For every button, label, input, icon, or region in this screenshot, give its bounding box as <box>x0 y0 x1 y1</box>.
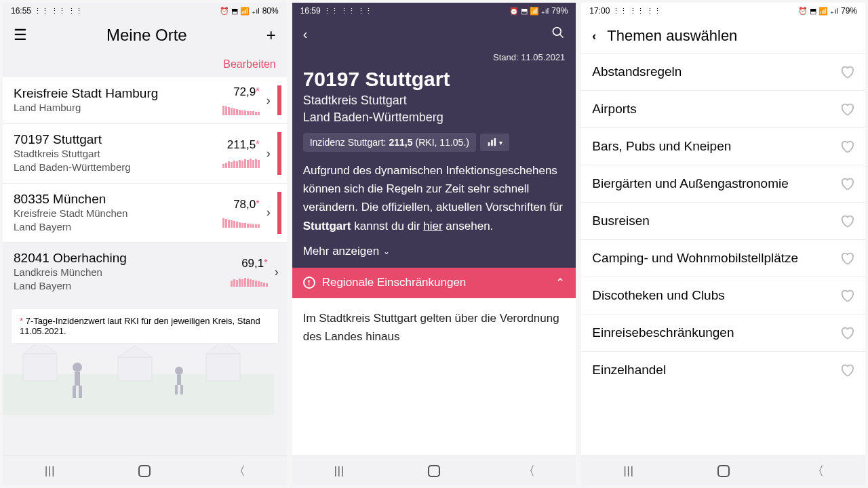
incidence-value: 72,9 <box>233 85 256 98</box>
place-state: Land Baden-Württemberg <box>292 109 576 133</box>
asterisk-icon: * <box>256 85 259 96</box>
status-bar: 16:55 ⋮⋮ ⋮⋮ ⋮⋮ ⏰ ⬒ 📶 ₊ıl 80% <box>3 3 287 19</box>
footnote-text: 7-Tage-Inzidenzwert laut RKI für den jew… <box>20 316 260 336</box>
svg-line-16 <box>560 35 564 38</box>
page-title: Meine Orte <box>27 26 267 45</box>
nav-back-button[interactable]: 〈 <box>810 464 825 479</box>
topic-item[interactable]: Einreisebeschränkungen <box>581 314 865 352</box>
info-paragraph: Aufgrund des dynamischen Infektionsgesch… <box>292 161 576 245</box>
status-battery: 79% <box>551 6 568 16</box>
svg-point-15 <box>553 28 561 36</box>
nav-home-button[interactable] <box>427 464 441 479</box>
status-system-icons: ⏰ ⬒ 📶 ₊ıl <box>509 7 549 16</box>
svg-marker-4 <box>118 346 152 357</box>
android-navbar: ||| 〈 <box>292 455 576 485</box>
edit-button[interactable]: Bearbeiten <box>3 49 287 77</box>
heart-icon[interactable] <box>840 139 854 154</box>
nav-recent-button[interactable]: ||| <box>332 464 347 479</box>
place-district: Stadtkreis Stuttgart <box>292 92 576 109</box>
status-app-icons: ⋮⋮ ⋮⋮ ⋮⋮ <box>34 7 83 16</box>
svg-rect-10 <box>79 386 82 398</box>
topic-label: Airports <box>592 102 636 117</box>
section-label: Regionale Einschränkungen <box>322 276 467 289</box>
alert-accent <box>277 85 281 115</box>
nav-recent-button[interactable]: ||| <box>43 464 58 479</box>
chevron-right-icon: › <box>264 94 273 108</box>
topic-item[interactable]: Camping- und Wohnmobilstellplätze <box>581 240 865 277</box>
nav-back-button[interactable]: 〈 <box>521 464 536 479</box>
chevron-right-icon: › <box>264 146 273 161</box>
place-item-muenchen[interactable]: 80335 München Kreisfreie Stadt München L… <box>3 184 287 243</box>
nav-recent-button[interactable]: ||| <box>621 464 636 479</box>
topic-item[interactable]: Einzelhandel <box>581 352 865 388</box>
status-battery: 80% <box>262 6 279 16</box>
place-title: Kreisfreie Stadt Hamburg <box>14 86 222 101</box>
asterisk-icon: * <box>264 257 267 268</box>
android-navbar: ||| 〈 <box>581 455 865 485</box>
heart-icon[interactable] <box>840 176 854 191</box>
topic-label: Abstandsregeln <box>592 64 682 79</box>
search-icon[interactable] <box>551 26 565 43</box>
status-app-icons: ⋮⋮ ⋮⋮ ⋮⋮ <box>323 7 372 16</box>
alert-accent <box>277 192 281 235</box>
chevron-down-icon: ▾ <box>499 139 502 146</box>
screen-place-detail: 16:59 ⋮⋮ ⋮⋮ ⋮⋮ ⏰ ⬒ 📶 ₊ıl 79% ‹ Stand: 11… <box>292 3 576 485</box>
nav-back-button[interactable]: 〈 <box>232 464 247 479</box>
heart-icon[interactable] <box>840 102 854 117</box>
status-time: 16:55 <box>11 6 31 16</box>
status-system-icons: ⏰ ⬒ 📶 ₊ıl <box>798 7 838 16</box>
screen-my-places: 16:55 ⋮⋮ ⋮⋮ ⋮⋮ ⏰ ⬒ 📶 ₊ıl 80% ☰ Meine Ort… <box>3 3 287 485</box>
topic-item[interactable]: Abstandsregeln <box>581 54 865 91</box>
heart-icon[interactable] <box>840 251 854 266</box>
bar-chart-icon <box>487 138 496 147</box>
status-battery: 79% <box>841 6 857 16</box>
place-title: 80335 München <box>14 192 222 207</box>
info-link[interactable]: hier <box>423 220 442 232</box>
alert-accent <box>277 132 281 175</box>
topic-item[interactable]: Discotheken und Clubs <box>581 277 865 314</box>
topic-item[interactable]: Biergärten und Außengastronomie <box>581 165 865 203</box>
trend-sparkline <box>222 100 260 115</box>
asterisk-icon: * <box>256 138 259 149</box>
incidence-value: 78,0 <box>233 198 256 211</box>
svg-rect-12 <box>177 375 181 385</box>
chevron-up-icon: ⌃ <box>555 276 565 290</box>
chart-button[interactable]: ▾ <box>480 134 509 151</box>
place-subtitle: Land Hamburg <box>14 101 222 115</box>
status-system-icons: ⏰ ⬒ 📶 ₊ıl <box>220 7 260 16</box>
topic-label: Busreisen <box>592 214 650 228</box>
place-item-hamburg[interactable]: Kreisfreie Stadt Hamburg Land Hamburg 72… <box>3 77 287 124</box>
add-icon[interactable]: + <box>267 26 276 45</box>
topic-item[interactable]: Busreisen <box>581 203 865 240</box>
svg-rect-0 <box>3 374 274 415</box>
heart-icon[interactable] <box>840 363 854 378</box>
screen-select-topics: 17:00 ⋮⋮ ⋮⋮ ⋮⋮ ⏰ ⬒ 📶 ₊ıl 79% ‹ Themen au… <box>581 3 865 485</box>
topic-label: Einzelhandel <box>592 363 666 378</box>
place-title: 82041 Oberhaching <box>14 251 231 266</box>
place-item-stuttgart[interactable]: 70197 Stuttgart Stadtkreis Stuttgart Lan… <box>3 124 287 184</box>
trend-sparkline <box>222 213 260 228</box>
back-icon[interactable]: ‹ <box>303 26 308 42</box>
show-more-button[interactable]: Mehr anzeigen ⌄ <box>292 245 576 268</box>
status-time: 16:59 <box>300 6 321 16</box>
place-subtitle: Stadtkreis Stuttgart Land Baden-Württemb… <box>14 147 222 175</box>
topic-item[interactable]: Bars, Pubs und Kneipen <box>581 128 865 165</box>
heart-icon[interactable] <box>840 64 854 79</box>
svg-rect-14 <box>180 385 183 394</box>
heart-icon[interactable] <box>840 214 854 228</box>
topic-item[interactable]: Airports <box>581 91 865 128</box>
regional-restrictions-header[interactable]: ! Regionale Einschränkungen ⌃ <box>292 268 576 298</box>
back-icon[interactable]: ‹ <box>592 29 596 43</box>
nav-home-button[interactable] <box>137 464 152 479</box>
place-item-oberhaching[interactable]: 82041 Oberhaching Landkreis München Land… <box>3 243 287 302</box>
incidence-badge[interactable]: Inzidenz Stuttgart: 211,5 (RKI, 11.05.) <box>303 133 476 152</box>
topic-label: Camping- und Wohnmobilstellplätze <box>592 251 798 266</box>
menu-icon[interactable]: ☰ <box>14 26 27 44</box>
asterisk-icon: * <box>256 198 259 209</box>
svg-rect-9 <box>73 386 76 398</box>
svg-rect-1 <box>23 354 57 381</box>
heart-icon[interactable] <box>840 325 854 340</box>
trend-sparkline <box>231 272 268 287</box>
heart-icon[interactable] <box>840 288 854 303</box>
nav-home-button[interactable] <box>716 464 731 479</box>
